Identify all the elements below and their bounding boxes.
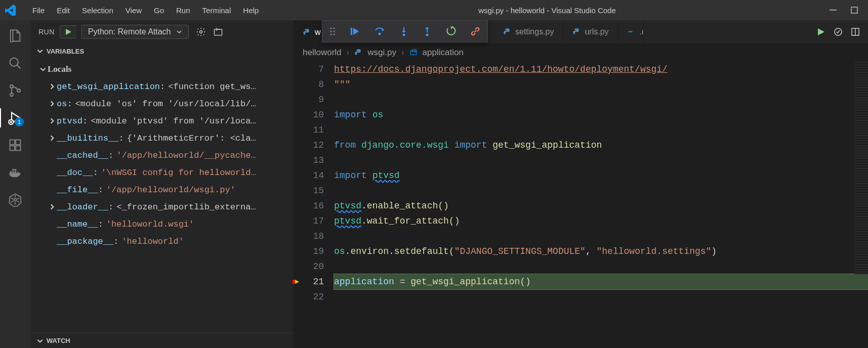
tab-label: w… [315,28,322,37]
vscode-logo-icon [5,5,16,16]
variable-symbol-icon [409,49,418,57]
menu-run[interactable]: Run [170,6,196,15]
tab-urls[interactable]: urls.py [563,20,618,44]
var-row[interactable]: ptvsd: <module 'ptvsd' from '/usr/loca… [30,112,294,129]
tab-label: .d [640,27,644,36]
code-editor[interactable]: 7 8 9 10 11 12 13 14 15 16 17 18 19 20 2… [294,62,868,348]
var-key: __loader__ [57,202,108,212]
breadcrumb[interactable]: helloworld › wsgi.py › application [294,44,868,62]
debug-toolbar[interactable] [322,20,488,42]
variables-label: VARIABLES [47,48,84,55]
drag-handle-icon[interactable] [329,27,336,36]
var-row[interactable]: get_wsgi_application: <function get_ws… [30,78,294,95]
menu-edit[interactable]: Edit [51,6,76,15]
maximize-icon[interactable] [851,7,858,14]
svg-point-28 [334,34,335,35]
svg-rect-29 [351,28,352,35]
source-control-icon[interactable] [6,81,25,100]
var-row[interactable]: . __file__: '/app/helloworld/wsgi.py' [30,181,294,198]
editor-tabs: w… settings.py urls.py [294,20,868,44]
debug-config-dropdown[interactable]: Python: Remote Attach [81,25,189,39]
var-row[interactable]: . __cached__: '/app/helloworld/__pycache… [30,147,294,164]
chevron-right-icon [49,203,57,210]
chevron-down-icon [39,66,48,73]
var-row[interactable]: . __doc__: '\nWSGI config for helloworld… [30,164,294,181]
continue-icon[interactable] [350,26,360,36]
sidebar-panel: RUN Python: Remote Attach VARIABLES [30,20,294,348]
debug-console-icon[interactable] [213,27,223,37]
line-gutter: 7 8 9 10 11 12 13 14 15 16 17 18 19 20 2… [294,62,334,348]
explorer-icon[interactable] [6,26,25,46]
disconnect-icon[interactable] [470,26,480,36]
var-row[interactable]: __loader__: <_frozen_importlib_externa… [30,198,294,215]
chevron-right-icon [49,100,57,107]
start-debug-button[interactable] [60,25,76,38]
menu-go[interactable]: Go [148,6,170,15]
var-value: <_frozen_importlib_externa… [116,202,256,212]
tab-label: urls.py [585,27,608,36]
docker-icon[interactable] [6,163,25,182]
breadcrumb-symbol[interactable]: application [423,48,464,58]
step-into-icon[interactable] [399,26,408,36]
var-row[interactable]: os: <module 'os' from '/usr/local/lib/… [30,95,294,112]
locals-scope[interactable]: Locals [30,61,294,78]
run-file-icon[interactable] [816,27,825,36]
menu-view[interactable]: View [119,6,148,15]
svg-rect-40 [631,31,632,32]
extensions-icon[interactable] [6,136,25,155]
chevron-right-icon [49,117,57,124]
svg-rect-38 [629,31,630,32]
run-debug-icon[interactable]: 1 [6,108,25,127]
coverage-icon[interactable] [834,27,843,36]
svg-point-26 [334,31,335,32]
breadcrumb-folder[interactable]: helloworld [303,48,342,58]
menu-terminal[interactable]: Terminal [196,6,237,15]
svg-point-33 [403,34,405,36]
var-key: ptvsd [57,116,82,126]
step-over-icon[interactable] [374,26,385,36]
breadcrumb-file[interactable]: wsgi.py [367,48,396,58]
svg-rect-9 [10,140,15,145]
python-file-icon [303,28,311,36]
kubernetes-icon[interactable] [6,190,25,209]
var-value: '\nWSGI config for helloworld… [101,168,256,178]
svg-point-5 [10,93,13,96]
var-row[interactable]: __builtins__: {'ArithmeticError': <cla… [30,129,294,147]
search-icon[interactable] [6,54,25,73]
menu-selection[interactable]: Selection [76,6,119,15]
python-file-icon [572,28,581,36]
menu-help[interactable]: Help [237,6,265,15]
tab-settings[interactable]: settings.py [494,20,563,44]
variables-section-header[interactable]: VARIABLES [30,44,294,59]
activity-bar: 1 [0,20,30,348]
svg-rect-39 [630,31,631,32]
var-row[interactable]: . __package__: 'helloworld' [30,233,294,250]
var-value: {'ArithmeticError': <cla… [127,134,256,143]
step-out-icon[interactable] [423,26,432,36]
minimize-icon[interactable] [830,7,837,14]
split-editor-icon[interactable] [851,27,860,36]
svg-point-25 [330,31,332,32]
tab-docker[interactable]: .d [618,20,644,44]
watch-section-header[interactable]: WATCH [30,333,294,348]
tab-wsgi[interactable]: w… [294,20,322,44]
svg-point-21 [199,31,202,33]
window-title: wsgi.py - helloworld - Visual Studio Cod… [265,6,830,15]
svg-marker-34 [402,31,406,33]
menu-file[interactable]: File [26,6,51,15]
svg-rect-1 [851,7,857,13]
var-value: <module 'ptvsd' from '/usr/loca… [91,116,256,126]
svg-point-27 [330,34,332,35]
docker-file-icon [628,28,636,36]
gear-icon[interactable] [196,27,206,37]
restart-icon[interactable] [446,26,456,36]
svg-rect-46 [412,50,416,52]
var-value: <function get_ws… [168,82,256,92]
code-lines[interactable]: https://docs.djangoproject.com/en/1.11/h… [334,62,868,348]
menu-bar: File Edit Selection View Go Run Terminal… [26,6,265,15]
chevron-down-icon [36,337,44,344]
minimap[interactable] [855,62,868,274]
var-row[interactable]: . __name__: 'helloworld.wsgi' [30,215,294,233]
chevron-right-icon: › [347,48,350,58]
breakpoint-current-icon[interactable] [292,278,300,286]
